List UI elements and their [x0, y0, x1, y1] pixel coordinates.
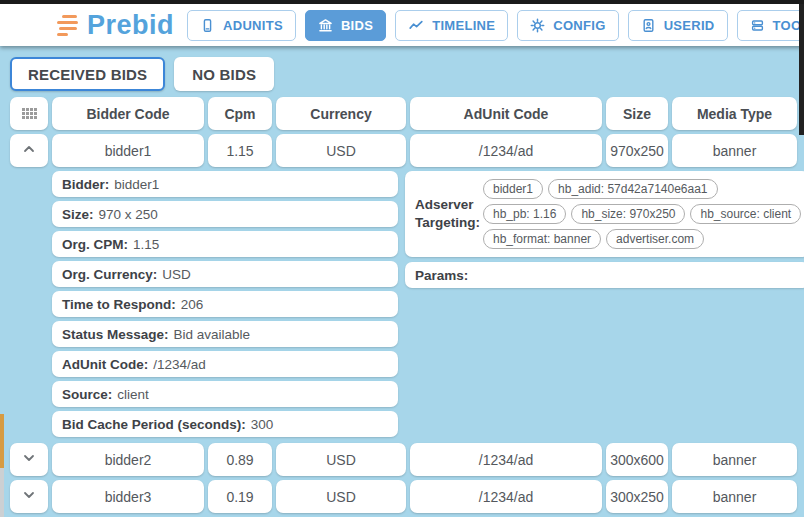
detail-value: 1.15 — [133, 237, 159, 252]
targeting-chip-row: hb_pb: 1.16 hb_size: 970x250 hb_source: … — [483, 204, 801, 224]
tools-icon — [750, 18, 765, 33]
targeting-chip: hb_size: 970x250 — [571, 204, 685, 224]
cell-currency: USD — [276, 134, 406, 167]
bid-details-list: Bidder:bidder1 Size:970 x 250 Org. CPM:1… — [52, 171, 398, 441]
chevron-up-icon — [21, 141, 37, 160]
detail-item-org-currency: Org. Currency:USD — [52, 261, 398, 287]
expander-cell[interactable] — [10, 480, 48, 513]
main-nav: ADUNITS BIDS CONFIG TIMELINE — [187, 10, 804, 41]
prebid-logo-text: Prebid — [87, 10, 174, 41]
cell-adunit-code: /1234/ad — [410, 480, 602, 513]
detail-label: Status Message: — [62, 327, 169, 342]
cell-cpm: 0.89 — [208, 443, 272, 476]
nav-button-label: ADUNITS — [223, 18, 283, 33]
cell-size: 300x250 — [606, 480, 668, 513]
cell-cpm: 0.19 — [208, 480, 272, 513]
detail-item-status-message: Status Message:Bid available — [52, 321, 398, 347]
column-header-size: Size — [606, 97, 668, 130]
expander-cell[interactable] — [10, 443, 48, 476]
detail-item-bid-cache-period: Bid Cache Period (seconds):300 — [52, 411, 398, 437]
nav-button-label: TIMELINE — [432, 18, 495, 33]
column-header-media-type: Media Type — [672, 97, 797, 130]
targeting-chip: hb_adid: 57d42a7140e6aa1 — [548, 179, 717, 199]
params-label: Params: — [415, 268, 468, 283]
column-header-cpm: Cpm — [208, 97, 272, 130]
params-panel: Params: — [405, 262, 804, 288]
nav-button-label: CONFIG — [553, 18, 605, 33]
bid-details-panel: Bidder:bidder1 Size:970 x 250 Org. CPM:1… — [52, 171, 797, 441]
detail-item-bidder: Bidder:bidder1 — [52, 171, 398, 197]
detail-label: Source: — [62, 387, 112, 402]
nav-button-label: USERID — [664, 18, 715, 33]
cell-bidder-code: bidder1 — [52, 134, 204, 167]
cell-adunit-code: /1234/ad — [410, 134, 602, 167]
nav-button-adunits[interactable]: ADUNITS — [187, 10, 296, 41]
cell-bidder-code: bidder3 — [52, 480, 204, 513]
config-icon — [530, 18, 545, 33]
app-header: Prebid ADUNITS BIDS CO — [0, 4, 804, 46]
detail-item-size: Size:970 x 250 — [52, 201, 398, 227]
detail-label: Org. Currency: — [62, 267, 157, 282]
column-header-bidder-code: Bidder Code — [52, 97, 204, 130]
scrollbar-thumb[interactable] — [799, 4, 804, 135]
grid-icon — [22, 108, 37, 119]
bids-tabs: RECEIVED BIDS NO BIDS — [10, 57, 274, 91]
targeting-chip: hb_pb: 1.16 — [483, 204, 566, 224]
cell-media-type: banner — [672, 134, 797, 167]
userid-icon — [641, 18, 656, 33]
cell-currency: USD — [276, 443, 406, 476]
detail-label: Bid Cache Period (seconds): — [62, 417, 246, 432]
tab-received-bids[interactable]: RECEIVED BIDS — [10, 57, 165, 91]
nav-button-label: BIDS — [341, 18, 373, 33]
column-header-currency: Currency — [276, 97, 406, 130]
prebid-logo-icon — [57, 15, 78, 36]
column-menu-cell[interactable] — [10, 97, 48, 130]
page-edge-left-orange — [0, 414, 4, 468]
detail-value: Bid available — [174, 327, 251, 342]
detail-value: 970 x 250 — [99, 207, 158, 222]
detail-item-org-cpm: Org. CPM:1.15 — [52, 231, 398, 257]
targeting-chip-row: bidder1 hb_adid: 57d42a7140e6aa1 — [483, 179, 801, 199]
detail-value: client — [117, 387, 149, 402]
targeting-chip: hb_format: banner — [483, 229, 601, 249]
detail-label: Org. CPM: — [62, 237, 128, 252]
detail-value: USD — [162, 267, 191, 282]
cell-media-type: banner — [672, 443, 797, 476]
bid-row-bidder2: bidder2 0.89 USD /1234/ad 300x600 banner — [10, 443, 797, 476]
targeting-chip: hb_source: client — [690, 204, 801, 224]
detail-value: 300 — [251, 417, 274, 432]
bid-row-bidder3: bidder3 0.19 USD /1234/ad 300x250 banner — [10, 480, 797, 513]
targeting-chips: bidder1 hb_adid: 57d42a7140e6aa1 hb_pb: … — [483, 179, 801, 249]
detail-item-adunit-code: AdUnit Code:/1234/ad — [52, 351, 398, 377]
nav-button-userid[interactable]: USERID — [628, 10, 728, 41]
bids-table: Bidder Code Cpm Currency AdUnit Code Siz… — [10, 97, 797, 517]
detail-label: Size: — [62, 207, 94, 222]
detail-value: /1234/ad — [153, 357, 206, 372]
column-header-adunit-code: AdUnit Code — [410, 97, 602, 130]
bid-row-bidder1: bidder1 1.15 USD /1234/ad 970x250 banner — [10, 134, 797, 167]
cell-adunit-code: /1234/ad — [410, 443, 602, 476]
targeting-chip: advertiser.com — [606, 229, 704, 249]
nav-button-config[interactable]: CONFIG — [517, 10, 618, 41]
detail-label: Bidder: — [62, 177, 109, 192]
tab-no-bids[interactable]: NO BIDS — [174, 57, 274, 91]
detail-value: 206 — [181, 297, 204, 312]
nav-button-tools[interactable]: TOOLS — [737, 10, 804, 41]
expander-cell[interactable] — [10, 134, 48, 167]
bids-icon — [318, 18, 333, 33]
page-edge-left-gray — [0, 468, 4, 517]
cell-size: 970x250 — [606, 134, 668, 167]
detail-item-time-to-respond: Time to Respond:206 — [52, 291, 398, 317]
adunits-icon — [200, 18, 215, 33]
targeting-chip-row: hb_format: banner advertiser.com — [483, 229, 801, 249]
timeline-icon — [408, 18, 424, 33]
chevron-down-icon — [21, 487, 37, 506]
detail-item-source: Source:client — [52, 381, 398, 407]
cell-size: 300x600 — [606, 443, 668, 476]
nav-button-bids[interactable]: BIDS — [305, 10, 386, 41]
nav-button-timeline[interactable]: CONFIG TIMELINE — [395, 10, 508, 41]
detail-value: bidder1 — [114, 177, 159, 192]
cell-cpm: 1.15 — [208, 134, 272, 167]
chevron-down-icon — [21, 450, 37, 469]
bid-details-right: Adserver Targeting: bidder1 hb_adid: 57d… — [405, 171, 804, 288]
